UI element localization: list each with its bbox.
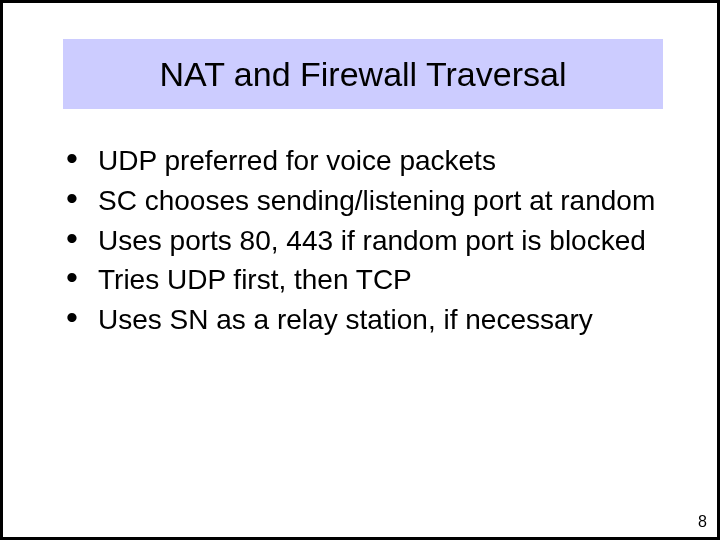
list-item: Tries UDP first, then TCP: [58, 262, 668, 298]
bullet-list: UDP preferred for voice packets SC choos…: [58, 143, 668, 338]
list-item: UDP preferred for voice packets: [58, 143, 668, 179]
slide-title: NAT and Firewall Traversal: [160, 55, 567, 94]
slide-frame: NAT and Firewall Traversal UDP preferred…: [0, 0, 720, 540]
list-item: Uses SN as a relay station, if necessary: [58, 302, 668, 338]
title-banner: NAT and Firewall Traversal: [63, 39, 663, 109]
list-item: SC chooses sending/listening port at ran…: [58, 183, 668, 219]
page-number: 8: [698, 513, 707, 531]
list-item: Uses ports 80, 443 if random port is blo…: [58, 223, 668, 259]
slide-body: UDP preferred for voice packets SC choos…: [58, 143, 668, 342]
